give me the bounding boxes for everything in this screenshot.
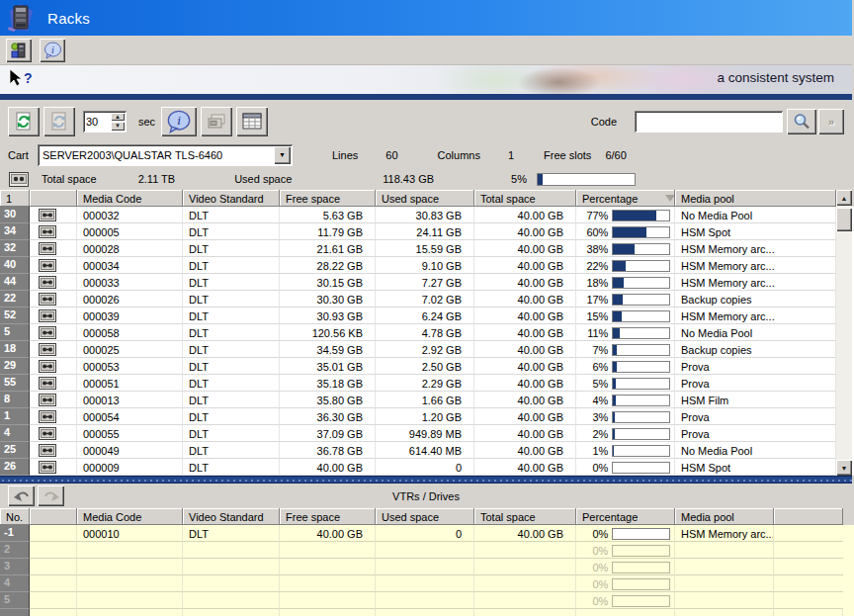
free-space-cell: 28.22 GB [280,257,376,274]
table-row[interactable]: 52 000039DLT30.93 GB6.24 GB40.00 GB15%HS… [0,308,836,324]
empty-cell [183,609,280,616]
scroll-up-icon[interactable]: ▲ [836,190,852,206]
table-row[interactable]: 34 000005DLT11.79 GB24.11 GB40.00 GB60%H… [0,223,836,240]
column-header-Used space[interactable]: Used space [376,190,474,207]
auto-refresh-button[interactable] [43,107,75,136]
table-row[interactable]: 30% [0,559,843,575]
table-row[interactable]: 1 000054DLT36.30 GB1.20 GB40.00 GB3%Prov… [0,408,836,425]
column-header-Free space[interactable]: Free space [280,508,376,525]
column-header-Video Standard[interactable]: Video Standard [183,190,280,207]
free-slots-value: 6/60 [605,149,626,161]
column-header-Media pool[interactable]: Media pool [675,190,836,207]
table-row[interactable]: 25 000049DLT36.78 GB614.40 MB40.00 GB1%N… [0,442,836,459]
spinner-down-icon[interactable]: ▼ [111,122,125,131]
table-row[interactable]: 4 000055DLT37.09 GB949.89 MB40.00 GB2%Pr… [0,425,836,442]
refresh-interval-input[interactable] [86,113,110,131]
used-space-cell: 2.29 GB [376,375,474,392]
column-header-filler [774,508,843,525]
table-row[interactable]: 32 000028DLT21.61 GB15.59 GB40.00 GB38%H… [0,240,836,257]
column-header-Media pool[interactable]: Media pool [675,508,774,525]
column-header-Media Code[interactable]: Media Code [77,190,183,207]
pane-splitter[interactable] [0,476,852,484]
percentage-label: 0% [582,528,608,540]
percentage-bar [612,562,670,573]
column-header-Total space[interactable]: Total space [474,190,576,207]
row-drive-number: 3 [0,559,30,575]
cart-selected-value: SERVER2003\QUALSTAR TLS-6460 [43,149,222,161]
table-row[interactable]: 50% [0,592,843,609]
search-button[interactable] [787,109,816,134]
auto-refresh-icon [49,112,69,132]
racks-tool-button[interactable] [6,39,32,62]
cart-select[interactable]: SERVER2003\QUALSTAR TLS-6460 ▼ [38,144,293,166]
media-icon-cell [30,207,77,223]
racks-app-icon [6,3,36,33]
column-header-Used space[interactable]: Used space [376,508,474,525]
refresh-interval-spinner[interactable]: ▲ ▼ [83,111,127,132]
column-header-label: Video Standard [189,511,264,523]
row-slot-number: 32 [0,240,30,257]
used-space-cell: 2.50 GB [376,358,474,375]
scrollbar-thumb[interactable] [836,208,852,231]
table-row[interactable]: 22 000026DLT30.30 GB7.02 GB40.00 GB17%Ba… [0,291,836,308]
table-row[interactable]: 26 000009DLT40.00 GB040.00 GB0%HSM Spot [0,459,836,476]
table-row[interactable]: 44 000033DLT30.15 GB7.27 GB40.00 GB18%HS… [0,274,836,291]
info-button[interactable]: i [161,107,197,136]
move-to-drive-button[interactable] [38,485,64,506]
column-header-Percentage[interactable]: Percentage [576,190,675,207]
table-row[interactable]: 20% [0,542,843,559]
media-code-cell: 000005 [77,223,183,240]
percentage-label: 0% [582,578,608,590]
table-row-partial [0,609,843,616]
media-cards-button[interactable] [201,107,232,136]
grid-view-button[interactable] [236,107,268,136]
percentage-label: 77% [582,210,608,221]
table-row[interactable]: -1000010DLT40.00 GB040.00 GB0%HSM Memory… [0,525,843,542]
used-space-cell: 9.10 GB [376,257,474,274]
code-input[interactable] [635,111,783,132]
table-row[interactable]: 29 000053DLT35.01 GB2.50 GB40.00 GB6%Pro… [0,358,836,375]
column-header-Free space[interactable]: Free space [280,190,376,207]
percentage-bar [612,378,670,390]
table-row[interactable]: 8 000013DLT35.80 GB1.66 GB40.00 GB4%HSM … [0,392,836,408]
vertical-scrollbar[interactable]: ▲ ▼ [836,190,852,476]
table-row[interactable]: 5 000058DLT120.56 KB4.78 GB40.00 GB11%No… [0,324,836,341]
total-space-cell [474,575,576,592]
video-standard-cell: DLT [183,425,280,442]
move-to-rack-button[interactable] [8,485,35,506]
used-space-cell [376,559,474,575]
media-code-cell: 000028 [77,240,183,257]
column-header-icon[interactable] [30,508,77,525]
media-icon-cell [30,575,77,592]
total-space-cell: 40.00 GB [474,425,576,442]
table-row[interactable]: 40 000034DLT28.22 GB9.10 GB40.00 GB22%HS… [0,257,836,274]
row-slot-number: 44 [0,274,30,291]
scroll-down-icon[interactable]: ▼ [836,460,852,476]
table-row[interactable]: 18 000025DLT34.59 GB2.92 GB40.00 GB7%Bac… [0,341,836,358]
column-header-No.[interactable]: No. [0,508,30,525]
rack-table-body: 30 000032DLT5.63 GB30.83 GB40.00 GB77%No… [0,207,854,476]
rack-table: 1Media CodeVideo StandardFree spaceUsed … [0,190,854,476]
free-space-cell: 36.78 GB [280,442,376,459]
column-header-Media Code[interactable]: Media Code [77,508,183,525]
spinner-up-icon[interactable]: ▲ [111,113,125,122]
filler-cell [774,525,843,542]
column-header-label: 1 [6,193,12,205]
used-space-cell: 6.24 GB [376,308,474,324]
column-header-1[interactable]: 1 [0,190,30,207]
chevron-down-icon[interactable]: ▼ [274,146,291,164]
help-tool-button[interactable]: i [40,39,65,62]
table-row[interactable]: 30 000032DLT5.63 GB30.83 GB40.00 GB77%No… [0,207,836,223]
interval-unit-label: sec [138,116,155,128]
table-row[interactable]: 40% [0,575,843,592]
column-header-Video Standard[interactable]: Video Standard [183,508,280,525]
more-button[interactable]: » [818,109,844,134]
column-header-Percentage[interactable]: Percentage [576,508,675,525]
column-header-Total space[interactable]: Total space [474,508,576,525]
media-cards-icon [207,113,226,131]
refresh-button[interactable] [8,107,40,136]
column-header-icon[interactable] [30,190,77,207]
used-space-cell: 7.27 GB [376,274,474,291]
cassette-icon [39,427,56,440]
table-row[interactable]: 55 000051DLT35.18 GB2.29 GB40.00 GB5%Pro… [0,375,836,392]
